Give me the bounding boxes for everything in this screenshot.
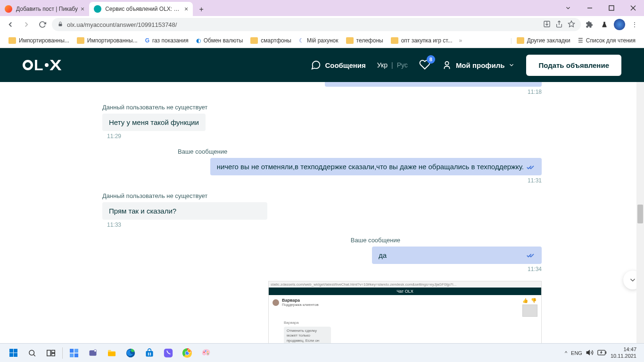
thumbnail-image	[522, 304, 537, 317]
folder-icon	[77, 37, 84, 44]
svg-rect-15	[70, 349, 74, 353]
sender-label: Данный пользователь не существует	[102, 104, 542, 111]
forward-button[interactable]	[20, 18, 33, 31]
message-time: 11:18	[102, 89, 542, 95]
svg-rect-1	[609, 6, 614, 10]
close-window-button[interactable]	[622, 0, 644, 16]
bookmark-other[interactable]: Другие закладки	[514, 35, 573, 46]
pikabu-favicon	[5, 5, 12, 13]
svg-rect-27	[150, 354, 151, 355]
message-time: 11:34	[528, 266, 542, 272]
back-button[interactable]	[4, 18, 17, 31]
bookmark-item[interactable]: опт закупка игр ст...	[388, 35, 455, 46]
url-input[interactable]: olx.ua/myaccount/answer/10991153748/	[52, 18, 581, 31]
embedded-screenshot: static.zdassets.com/web_widget/latest/li…	[268, 281, 542, 343]
bookmark-item[interactable]: ◐Обмен валюты	[193, 35, 246, 46]
reload-button[interactable]	[36, 18, 49, 31]
bookmarks-overflow[interactable]: »	[459, 37, 462, 44]
battery-icon[interactable]	[597, 350, 607, 356]
tab-title: Сервис объявлений OLX: сайт ч	[105, 6, 182, 12]
bookmark-item[interactable]: Импортированны...	[6, 35, 72, 46]
svg-rect-17	[70, 353, 74, 357]
widgets-icon[interactable]	[65, 344, 83, 362]
folder-icon	[346, 37, 354, 44]
new-tab-button[interactable]: +	[195, 3, 208, 16]
sender-label: Данный пользователь не существует	[102, 192, 542, 199]
message-bubble-out: да	[372, 247, 542, 264]
viber-icon[interactable]	[159, 344, 178, 362]
svg-line-11	[33, 354, 35, 356]
scrollbar-thumb[interactable]	[637, 205, 643, 223]
search-icon[interactable]	[23, 344, 41, 362]
svg-point-10	[29, 350, 34, 355]
avatar	[272, 299, 279, 306]
read-checks-icon	[527, 165, 535, 170]
agent-role: Поддержка клиентов	[282, 303, 319, 307]
install-app-icon[interactable]	[543, 20, 551, 29]
olx-favicon	[94, 5, 101, 13]
tab-title: Добавить пост | Пикабу	[16, 6, 78, 12]
edge-icon[interactable]	[121, 344, 140, 362]
start-button[interactable]	[4, 344, 23, 362]
svg-point-9	[445, 62, 448, 65]
bookmarks-bar: Импортированны... Импортированны... Gгаз…	[0, 33, 644, 48]
folder-icon	[8, 37, 16, 44]
svg-marker-8	[568, 21, 574, 27]
tab-olx[interactable]: Сервис объявлений OLX: сайт ч ×	[89, 2, 193, 16]
folder-icon	[517, 37, 524, 44]
share-icon[interactable]	[555, 20, 563, 29]
chrome-icon[interactable]	[178, 344, 197, 362]
moon-icon: ☾	[299, 37, 304, 44]
bookmark-item[interactable]: Импортированны...	[74, 35, 140, 46]
sender-label: Ваше сообщение	[351, 237, 400, 244]
bookmark-item[interactable]: телефоны	[343, 35, 386, 46]
bookmark-item[interactable]: ☾Мій рахунок	[296, 35, 341, 46]
read-checks-icon	[527, 253, 535, 258]
profile-menu[interactable]: Мой профиль	[442, 60, 515, 70]
profile-avatar[interactable]	[614, 19, 625, 30]
embed-url: static.zdassets.com/web_widget/latest/li…	[269, 281, 541, 288]
volume-icon[interactable]	[586, 349, 594, 357]
chevron-down-icon[interactable]	[557, 0, 579, 16]
message-time: 11:31	[528, 177, 542, 184]
store-icon[interactable]	[140, 344, 159, 362]
minimize-button[interactable]	[579, 0, 601, 16]
lang-ru[interactable]: Рус	[397, 61, 408, 69]
message-time: 11:33	[102, 222, 542, 228]
chevron-down-icon	[508, 62, 515, 68]
bookmark-item[interactable]: смартфоны	[248, 35, 294, 46]
extensions-icon[interactable]	[584, 19, 595, 30]
svg-rect-14	[52, 353, 55, 355]
olx-logo[interactable]: LX	[23, 57, 60, 74]
chat-icon	[311, 60, 321, 70]
svg-rect-26	[148, 354, 149, 355]
tab-pikabu[interactable]: Добавить пост | Пикабу ×	[0, 2, 89, 16]
bookmark-reading-list[interactable]: ☰Список для чтения	[575, 35, 638, 46]
scrollbar-track[interactable]	[636, 82, 644, 343]
lang-ua[interactable]: Укр	[377, 61, 388, 69]
post-ad-button[interactable]: Подать объявление	[526, 55, 621, 76]
taskview-icon[interactable]	[41, 344, 60, 362]
close-icon[interactable]: ×	[184, 5, 188, 13]
chat-app-icon[interactable]	[83, 344, 102, 362]
svg-rect-25	[150, 353, 151, 354]
tray-chevron-icon[interactable]: ^	[565, 350, 567, 356]
favorites-link[interactable]: 8	[419, 59, 430, 72]
paint-icon[interactable]	[197, 344, 215, 362]
close-icon[interactable]: ×	[81, 5, 84, 13]
bookmark-item[interactable]: Gгаз показания	[142, 35, 191, 46]
flask-icon[interactable]	[599, 19, 610, 30]
chat-area: 11:18 Данный пользователь не существует …	[0, 82, 644, 343]
exchange-icon: ◐	[196, 37, 201, 44]
previous-message-tail	[102, 82, 542, 87]
system-clock[interactable]: 14:47 10.11.2021	[611, 346, 636, 359]
star-icon[interactable]	[568, 20, 575, 29]
windows-taskbar: ^ ENG 14:47 10.11.2021	[0, 343, 644, 362]
embed-bubble-name: Варвара	[284, 321, 537, 325]
tray-language[interactable]: ENG	[571, 350, 582, 356]
menu-icon[interactable]: ⋮	[629, 19, 640, 30]
messages-link[interactable]: Сообщения	[311, 60, 365, 70]
maximize-button[interactable]	[601, 0, 622, 16]
message-bubble-in: Нету у меня такой функции	[102, 114, 206, 131]
explorer-icon[interactable]	[102, 344, 121, 362]
